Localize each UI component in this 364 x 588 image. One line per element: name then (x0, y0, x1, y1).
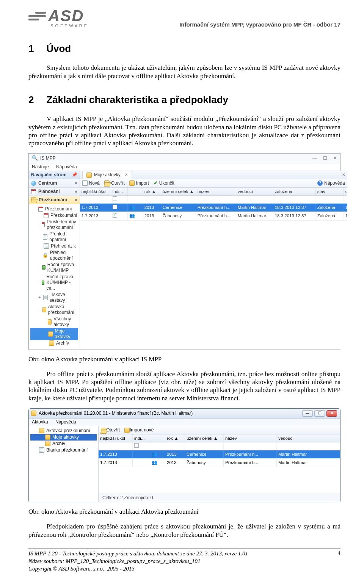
menu-help[interactable]: Nápověda (55, 419, 76, 425)
footer-rule (28, 549, 340, 549)
section-1-p1: Smyslem tohoto dokumentu je ukázat uživa… (28, 64, 340, 80)
logo-glyph-icon (28, 8, 47, 24)
calendar-icon (31, 189, 36, 194)
tree-item[interactable]: Blanko přezkoumání (30, 447, 97, 453)
maximize-button[interactable]: ☐ (314, 410, 325, 417)
grid-body: 1.7.2013👥2013CerhenicePřezkoumání h...Ma… (99, 450, 340, 467)
table-row[interactable]: 1.7.2013👥2013CerhenicePřezkoumání h...Ma… (99, 450, 340, 459)
new-icon (82, 180, 88, 186)
table-row[interactable]: 1.7.2013👥2013ŽabonosyPřezkoumání h...Mar… (80, 212, 347, 220)
menu-tools[interactable]: Nástroje (32, 164, 49, 169)
mid-paragraph: Pro offline práci s přezkoumáním slouží … (28, 370, 340, 402)
tree-item[interactable]: Moje aktovky (30, 434, 97, 441)
open-button[interactable]: Otevřít (104, 180, 125, 186)
tree-item[interactable]: +Tiskové sestavy (30, 292, 78, 304)
tree-item[interactable]: Prošlé termíny přezkoumání (30, 219, 78, 231)
figure-caption-2: Obr. okno Aktovka přezkoumání v aplikaci… (28, 508, 340, 516)
status-bar: Celkem: 2 Změněných: 0 (99, 494, 340, 502)
tree-item[interactable]: -Přezkoumání (30, 206, 78, 212)
tree-item[interactable]: Přehled rizik (30, 243, 78, 249)
users-icon: 👥 (152, 452, 157, 457)
maximize-icon[interactable]: ☐ (323, 155, 327, 161)
screenshot-aktovka: Aktovka přezkoumání 01.20.00.01 - Minist… (28, 408, 340, 502)
app-icon (31, 411, 36, 416)
users-icon: 👥 (129, 205, 135, 210)
folder-icon (48, 319, 52, 325)
logo-sub: S O F T W A R E (50, 24, 87, 29)
help-button[interactable]: ?Nápověda (317, 180, 345, 186)
section-1-heading: 1 Úvod (28, 42, 340, 55)
help-icon: ? (317, 180, 323, 186)
document-icon (39, 447, 44, 453)
panel-centrum[interactable]: Centrum » (29, 179, 80, 188)
menu-aktovka[interactable]: Aktovka (32, 419, 48, 425)
panel-prezkoumani[interactable]: Přezkoumání » (29, 196, 80, 204)
filter-row[interactable] (99, 442, 340, 450)
document-icon (44, 243, 49, 249)
calendar-icon (38, 207, 43, 212)
tree-item[interactable]: Archív (30, 441, 97, 447)
close-button[interactable]: ✕ (326, 410, 337, 417)
import-button[interactable]: Import nové (124, 427, 154, 433)
table-row[interactable]: 1.7.2013👥2013CerhenicePřezkoumání h...Ma… (80, 204, 347, 212)
tree-item[interactable]: Roční zpráva KÚ/MHMP (30, 262, 78, 274)
folder-icon (45, 441, 50, 446)
lock-icon: 🔒 (42, 252, 48, 258)
globe-icon (31, 181, 36, 186)
tree-item[interactable]: Moje aktovky (30, 328, 78, 340)
tree-item[interactable]: -Aktovka přezkoumání (30, 304, 78, 316)
folder-open-icon (104, 180, 110, 186)
tree-item[interactable]: 🔒Přehled upozornění (30, 249, 78, 262)
table-row[interactable]: 1.7.2013👥2013ŽabonosyPřezkoumání h...Mar… (99, 459, 340, 467)
figure-caption-1: Obr. okno Aktovka přezkoumání v aplikaci… (28, 355, 340, 363)
users-icon: 👥 (129, 213, 135, 218)
filter-row[interactable] (80, 196, 347, 204)
window-titlebar: 🔍 IS MPP — ☐ ✕ (29, 154, 340, 163)
screenshot-ismpp: 🔍 IS MPP — ☐ ✕ Nástroje Nápověda Navigač… (28, 153, 340, 350)
users-icon: 👥 (152, 460, 157, 465)
tree-item[interactable]: Archív (30, 340, 78, 347)
window-titlebar: Aktovka přezkoumání 01.20.00.01 - Minist… (29, 409, 340, 419)
panel-planovani[interactable]: Plánování » (29, 188, 80, 196)
grid-body: 1.7.2013👥2013CerhenicePřezkoumání h...Ma… (80, 204, 347, 221)
open-button[interactable]: Otevřít (101, 427, 120, 433)
folder-icon (86, 172, 92, 178)
close-icon[interactable]: ✕ (333, 155, 337, 161)
folder-icon (45, 434, 50, 440)
import-button[interactable]: Import (129, 180, 149, 186)
calendar-icon (42, 222, 45, 227)
end-button[interactable]: ✔Ukončit (154, 180, 174, 186)
tree-item[interactable]: Roční zpráva KÚ/MHMP - ce... (30, 274, 78, 292)
page-number: 4 (338, 550, 341, 557)
document-icon (43, 295, 48, 300)
check-icon: ✔ (154, 181, 158, 185)
tab-moje-aktovky[interactable]: Moje aktovky × (82, 171, 132, 179)
tab-close-icon[interactable]: × (125, 172, 128, 178)
column-headers[interactable]: nejbližší úkol indi... rok ▲ územní cele… (80, 188, 347, 196)
folder-icon (49, 340, 54, 346)
checkbox-icon (113, 213, 117, 218)
tree-item[interactable]: Přehled opatření (30, 231, 78, 243)
tree-item[interactable]: Přezkoumání (30, 212, 78, 219)
minimize-button[interactable]: — (302, 410, 313, 417)
checkbox-icon (113, 196, 117, 201)
tree-item[interactable]: -Aktovka přezkoumání (30, 428, 97, 434)
toolbar: Otevřít Import nové (99, 426, 340, 434)
nav-tree: -PřezkoumáníPřezkoumáníProšlé termíny př… (29, 204, 80, 350)
window-title: IS MPP (40, 155, 56, 161)
pin-icon[interactable]: 📌 (72, 172, 77, 178)
tabrow-close-icon[interactable]: × (342, 172, 345, 178)
checkbox-icon (134, 443, 139, 448)
section-2-num: 2 (28, 94, 44, 106)
minimize-icon[interactable]: — (312, 155, 317, 161)
folder-icon (124, 428, 130, 433)
section-2-heading: 2 Základní charakteristika a předpoklady (28, 94, 340, 106)
new-button[interactable]: Nová (82, 180, 100, 186)
tree-item[interactable]: Všechny aktovky (30, 316, 78, 328)
folder-icon (48, 331, 53, 337)
end-paragraph: Předpokladem pro úspěšné zahájení práce … (28, 522, 340, 539)
content-area: Moje aktovky × × Nová Otevřít Import ✔Uk… (80, 171, 347, 350)
menu-help[interactable]: Nápověda (56, 164, 77, 169)
column-headers[interactable]: nejbližší úkol indi... rok ▲ územní cele… (99, 434, 340, 442)
section-2-title: Základní charakteristika a předpoklady (46, 94, 228, 105)
